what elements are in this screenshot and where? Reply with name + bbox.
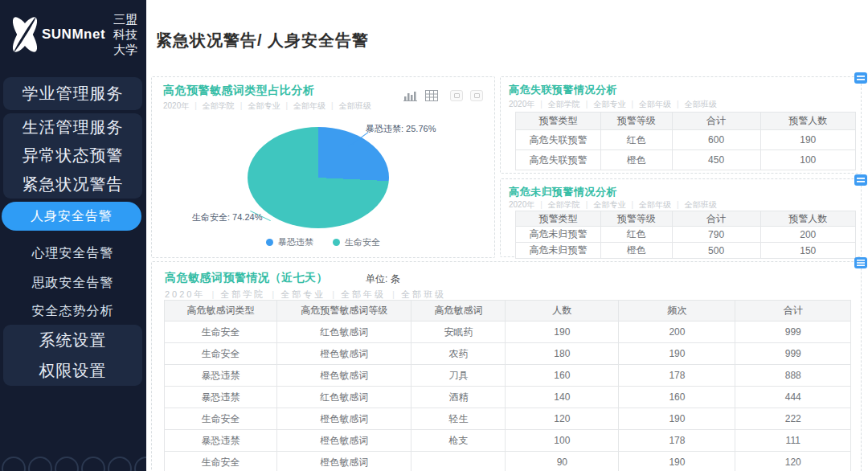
table-cell: 178 bbox=[619, 365, 735, 387]
table-cell: 红色 bbox=[600, 227, 672, 243]
table-header-cell: 频次 bbox=[619, 301, 735, 322]
table-row: 暴恐违禁橙色敏感词枪支100178111 bbox=[165, 430, 851, 452]
sidebar-item-psychological-safety[interactable]: 心理安全告警 bbox=[3, 240, 142, 266]
legend-item-terror[interactable]: 暴恐违禁 bbox=[266, 236, 313, 248]
table-row: 暴恐违禁红色敏感词酒精140160444 bbox=[165, 387, 851, 408]
table-cell: 农药 bbox=[411, 343, 506, 365]
sidebar-item-abnormal-warning[interactable]: 异常状态预警 bbox=[3, 141, 142, 170]
main-content: 紧急状况警告/ 人身安全告警 高危预警敏感词类型占比分析 2020年全部学院全部… bbox=[146, 0, 868, 471]
table-cell: 100 bbox=[506, 430, 619, 452]
table-cell: 高危未归预警 bbox=[516, 227, 601, 243]
filter-bar: 2020年全部学院全部专业全部年级全部班级 bbox=[509, 199, 717, 211]
table-header-cell: 高危敏感词 bbox=[411, 301, 506, 322]
filter-item[interactable]: 全部班级 bbox=[326, 101, 371, 110]
sidebar-item-permission-settings[interactable]: 权限设置 bbox=[3, 355, 142, 386]
table-cell: 160 bbox=[506, 365, 619, 387]
table-cell: 190 bbox=[506, 322, 619, 343]
filter-item[interactable]: 全部班级 bbox=[671, 100, 717, 109]
pie-chart[interactable] bbox=[248, 127, 389, 228]
table-cell: 190 bbox=[760, 130, 855, 150]
table-cell: 140 bbox=[506, 387, 619, 408]
table-header-row: 高危敏感词类型高危预警敏感词等级高危敏感词人数频次合计 bbox=[165, 301, 851, 322]
panel-menu-handle-icon[interactable] bbox=[854, 72, 867, 87]
table-cell: 枪支 bbox=[411, 430, 506, 452]
sidebar-item-emergency-alert[interactable]: 紧急状况警告 bbox=[3, 170, 142, 199]
filter-item[interactable]: 2020年 bbox=[509, 200, 534, 209]
panel-sensitive-words-weekly: 高危敏感词预警情况（近七天） 单位: 条 2020年全部学院全部专业全部年级全部… bbox=[151, 261, 862, 471]
pie-label-life: 生命安全: 74.24% bbox=[192, 211, 262, 223]
table-header-cell: 高危预警敏感词等级 bbox=[277, 301, 411, 322]
table-cell: 暴恐违禁 bbox=[165, 387, 277, 408]
table-cell: 200 bbox=[760, 227, 855, 243]
filter-item[interactable]: 全部学院 bbox=[189, 101, 235, 110]
table-cell: 轻生 bbox=[411, 408, 506, 430]
data-view-table-icon[interactable] bbox=[425, 90, 438, 101]
filter-item[interactable]: 全部专业 bbox=[580, 100, 626, 109]
unit-label: 单位: 条 bbox=[366, 272, 400, 286]
filter-item[interactable]: 全部班级 bbox=[671, 200, 717, 209]
bar-chart-icon[interactable] bbox=[403, 90, 418, 101]
filter-item[interactable]: 全部学院 bbox=[534, 200, 580, 209]
panel-title: 高危预警敏感词类型占比分析 bbox=[163, 84, 315, 98]
table-row: 高危未归预警红色790200 bbox=[516, 227, 856, 243]
save-image-icon[interactable] bbox=[450, 90, 463, 101]
table-cell: 190 bbox=[619, 452, 735, 471]
table-cell: 999 bbox=[735, 343, 851, 365]
table-row: 高危失联预警红色600190 bbox=[516, 130, 856, 150]
sidebar-item-system-settings[interactable]: 系统设置 bbox=[3, 325, 142, 355]
table-cell: 生命安全 bbox=[165, 408, 277, 430]
filter-item[interactable]: 全部班级 bbox=[386, 289, 446, 299]
table-cell: 90 bbox=[506, 452, 619, 471]
table-header-cell: 合计 bbox=[672, 211, 760, 227]
panel-menu-handle-icon[interactable] bbox=[854, 257, 867, 272]
filter-item[interactable]: 全部年级 bbox=[326, 289, 386, 299]
sidebar-group-main: 生活管理服务 异常状态预警 紧急状况警告 bbox=[3, 113, 142, 199]
filter-bar: 2020年全部学院全部专业全部年级全部班级 bbox=[509, 99, 717, 110]
table-cell: 160 bbox=[619, 387, 735, 408]
legend-dot-teal bbox=[333, 239, 340, 246]
filter-item[interactable]: 全部专业 bbox=[580, 200, 626, 209]
filter-item[interactable]: 2020年 bbox=[163, 101, 189, 110]
sidebar-item-personal-safety-active[interactable]: 人身安全告警 bbox=[2, 202, 141, 231]
lost-contact-table: 预警类型预警等级合计预警人数 高危失联预警红色600190高危失联预警橙色450… bbox=[515, 112, 856, 170]
table-cell: 150 bbox=[760, 243, 855, 259]
legend-item-life[interactable]: 生命安全 bbox=[333, 236, 380, 248]
filter-item[interactable]: 2020年 bbox=[509, 100, 534, 109]
table-header-cell: 预警人数 bbox=[760, 113, 855, 130]
filter-item[interactable]: 全部学院 bbox=[205, 289, 265, 299]
table-cell: 450 bbox=[672, 150, 760, 170]
panel-menu-handle-icon[interactable] bbox=[854, 174, 867, 189]
table-cell: 高危失联预警 bbox=[516, 130, 601, 150]
filter-item[interactable]: 全部年级 bbox=[280, 101, 326, 110]
filter-item[interactable]: 全部专业 bbox=[235, 101, 280, 110]
sidebar-item-security-posture-analysis[interactable]: 安全态势分析 bbox=[3, 298, 142, 324]
table-cell: 999 bbox=[735, 322, 851, 343]
filter-item[interactable]: 全部年级 bbox=[625, 200, 671, 209]
sidebar-item-life-services[interactable]: 生活管理服务 bbox=[3, 113, 142, 141]
table-cell: 600 bbox=[672, 130, 760, 150]
filter-item[interactable]: 全部学院 bbox=[534, 100, 580, 109]
table-header-cell: 预警人数 bbox=[760, 211, 855, 227]
panel-lost-contact-warning: 高危失联预警情况分析 2020年全部学院全部专业全部年级全部班级 预警类型预警等… bbox=[500, 76, 862, 174]
sidebar-item-ideological-safety[interactable]: 思政安全告警 bbox=[3, 270, 142, 296]
filter-item[interactable]: 2020年 bbox=[165, 289, 205, 299]
table-cell: 暴恐违禁 bbox=[165, 430, 277, 452]
filter-item[interactable]: 全部年级 bbox=[625, 100, 671, 109]
table-cell: 高危失联预警 bbox=[516, 150, 601, 170]
sidebar-item-academic-services[interactable]: 学业管理服务 bbox=[3, 77, 142, 110]
pie-legend: 暴恐违禁 生命安全 bbox=[152, 236, 494, 248]
sidebar-group-settings: 系统设置 权限设置 bbox=[3, 325, 142, 386]
table-cell: 120 bbox=[735, 452, 851, 471]
table-cell: 橙色 bbox=[600, 243, 672, 259]
table-cell: 100 bbox=[760, 150, 855, 170]
table-header-cell: 预警等级 bbox=[600, 113, 672, 130]
filter-item[interactable]: 全部专业 bbox=[265, 289, 326, 299]
decorative-circles bbox=[2, 457, 146, 471]
export-icon[interactable] bbox=[470, 90, 483, 101]
table-cell: 生命安全 bbox=[165, 452, 277, 471]
table-header-cell: 预警等级 bbox=[600, 211, 672, 227]
table-cell: 200 bbox=[619, 322, 735, 343]
table-cell: 安眠药 bbox=[411, 322, 506, 343]
legend-dot-blue bbox=[266, 239, 273, 246]
chart-toolbox bbox=[403, 90, 483, 101]
